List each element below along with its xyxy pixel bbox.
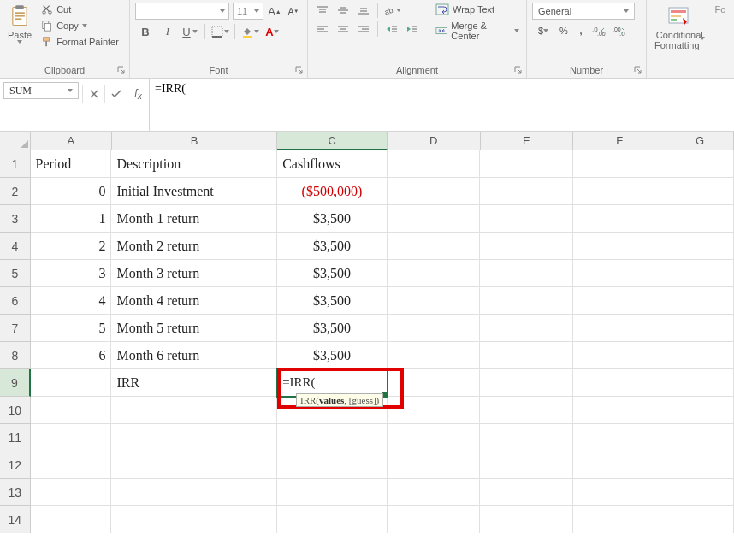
cell-A14[interactable] [31,506,112,533]
cell-A6[interactable]: 4 [31,287,112,315]
cell-F1[interactable] [573,150,666,178]
font-color-button[interactable]: A [262,23,282,40]
increase-decimal-button[interactable]: .0.00 [590,23,609,38]
cell-F13[interactable] [573,479,666,506]
cell-C13[interactable] [277,479,388,506]
cell-A8[interactable]: 6 [31,342,112,369]
cell-B9[interactable]: IRR [111,369,277,397]
cell-C14[interactable] [277,506,388,533]
col-header-A[interactable]: A [31,132,112,150]
cell-C1[interactable]: Cashflows [277,150,388,178]
align-center-button[interactable] [334,21,352,37]
cell-G3[interactable] [666,205,734,233]
cell-D2[interactable] [388,178,481,205]
conditional-formatting-button[interactable]: Conditional Formatting [652,3,707,52]
cell-G2[interactable] [666,178,734,205]
function-tooltip[interactable]: IRR(values, [guess]) [296,393,383,407]
cell-A11[interactable] [31,424,112,451]
col-header-D[interactable]: D [388,132,481,150]
cell-A7[interactable]: 5 [31,315,112,342]
cell-F7[interactable] [573,315,666,342]
cell-B8[interactable]: Month 6 return [111,342,277,369]
cell-D3[interactable] [388,205,481,233]
cell-G13[interactable] [666,479,734,506]
row-header-9[interactable]: 9 [0,369,31,397]
cell-D8[interactable] [388,342,481,369]
format-as-table-button[interactable]: Fo [713,3,729,16]
cell-F12[interactable] [573,451,666,479]
border-button[interactable] [210,23,230,40]
cell-A1[interactable]: Period [31,150,112,178]
cell-E13[interactable] [480,479,573,506]
dialog-launcher-icon[interactable] [116,65,127,75]
cell-E4[interactable] [480,233,573,260]
cell-D7[interactable] [388,315,481,342]
cut-button[interactable]: Cut [39,3,121,16]
cell-B12[interactable] [111,451,277,479]
cell-F9[interactable] [573,369,666,397]
cell-E9[interactable] [480,369,573,397]
row-header-4[interactable]: 4 [0,233,31,260]
col-header-G[interactable]: G [666,132,734,150]
cell-D11[interactable] [388,424,481,451]
row-header-3[interactable]: 3 [0,205,31,233]
cell-D14[interactable] [388,506,481,533]
row-header-7[interactable]: 7 [0,315,31,342]
row-header-2[interactable]: 2 [0,178,31,205]
cell-D5[interactable] [388,260,481,287]
cell-G12[interactable] [666,451,734,479]
cell-B2[interactable]: Initial Investment [111,178,277,205]
cell-A4[interactable]: 2 [31,233,112,260]
select-all-button[interactable] [0,132,31,150]
cell-E6[interactable] [480,287,573,315]
cell-D9[interactable] [388,369,481,397]
cell-C2[interactable]: ($500,000) [277,178,388,205]
row-header-5[interactable]: 5 [0,260,31,287]
cell-C6[interactable]: $3,500 [277,287,388,315]
shrink-font-button[interactable]: A▼ [286,3,301,19]
cell-A3[interactable]: 1 [31,205,112,233]
cell-E1[interactable] [480,150,573,178]
cell-G14[interactable] [666,506,734,533]
cell-D4[interactable] [388,233,481,260]
cell-F8[interactable] [573,342,666,369]
insert-function-button[interactable]: fx [127,85,149,103]
cell-D6[interactable] [388,287,481,315]
cancel-edit-button[interactable] [82,85,104,103]
cell-E2[interactable] [480,178,573,205]
cell-G8[interactable] [666,342,734,369]
row-header-11[interactable]: 11 [0,424,31,451]
cell-A9[interactable] [31,369,112,397]
cell-B7[interactable]: Month 5 return [111,315,277,342]
cell-F6[interactable] [573,287,666,315]
percent-button[interactable]: % [556,23,571,38]
cell-C3[interactable]: $3,500 [277,205,388,233]
decrease-decimal-button[interactable]: .00.0 [611,23,630,38]
cell-C8[interactable]: $3,500 [277,342,388,369]
cell-G4[interactable] [666,233,734,260]
wrap-text-button[interactable]: Wrap Text [434,3,521,16]
cell-G7[interactable] [666,315,734,342]
cell-C7[interactable]: $3,500 [277,315,388,342]
row-header-13[interactable]: 13 [0,479,31,506]
confirm-edit-button[interactable] [104,85,127,103]
cell-F14[interactable] [573,506,666,533]
cell-B3[interactable]: Month 1 return [111,205,277,233]
increase-indent-button[interactable] [403,21,422,37]
cell-B4[interactable]: Month 2 return [111,233,277,260]
cell-G11[interactable] [666,424,734,451]
row-header-12[interactable]: 12 [0,451,31,479]
cell-B6[interactable]: Month 4 return [111,287,277,315]
merge-center-button[interactable]: Merge & Center [434,20,521,42]
copy-button[interactable]: Copy [39,19,121,32]
cell-F11[interactable] [573,424,666,451]
row-header-6[interactable]: 6 [0,287,31,315]
cell-G1[interactable] [666,150,734,178]
col-header-E[interactable]: E [481,132,574,150]
dialog-launcher-icon[interactable] [633,65,643,75]
dialog-launcher-icon[interactable] [513,65,524,75]
cell-E12[interactable] [480,451,573,479]
cell-C12[interactable] [277,451,388,479]
italic-button[interactable]: I [157,23,178,40]
cell-G9[interactable] [666,369,734,397]
